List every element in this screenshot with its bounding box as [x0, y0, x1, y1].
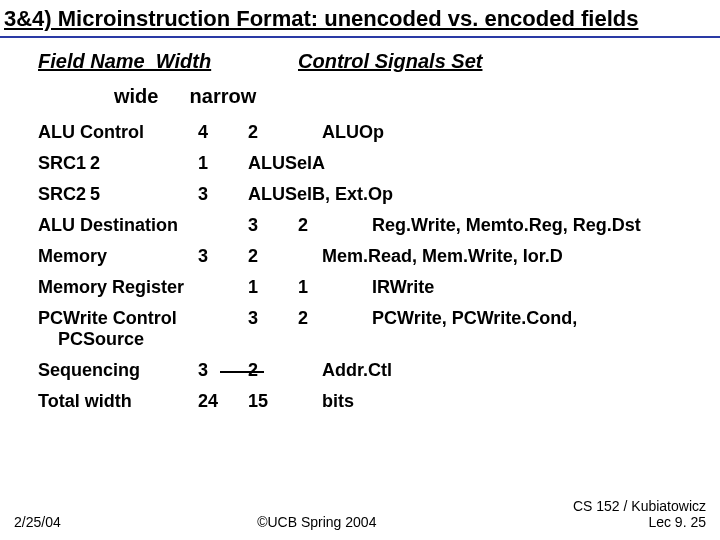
subheader: wide narrow — [38, 73, 682, 112]
slide-title: 3&4) Microinstruction Format: unencoded … — [0, 0, 720, 38]
width-narrow: 2 — [248, 360, 322, 381]
field-name: Memory — [38, 246, 198, 267]
row-mem-register: Memory Register 1 1 IRWrite — [38, 277, 682, 298]
row-alu-control: ALU Control 4 2 ALUOp — [38, 122, 682, 143]
pcwrite-line1: PCWrite Control — [38, 308, 248, 329]
hdr-fieldname-width: Field Name Width — [38, 50, 298, 73]
pcwrite-line2: PCSource — [38, 329, 248, 350]
signals: Mem.Read, Mem.Write, Ior.D — [322, 246, 682, 267]
signals: bits — [322, 391, 682, 412]
src1-label: SRC1 — [38, 153, 86, 173]
row-sequencing: Sequencing 3 2 Addr.Ctl — [38, 360, 682, 381]
row-memory: Memory 3 2 Mem.Read, Mem.Write, Ior.D — [38, 246, 682, 267]
width-wide: 3 — [248, 215, 298, 236]
footer-date: 2/25/04 — [14, 514, 61, 530]
field-name: ALU Control — [38, 122, 198, 143]
row-total: Total width 24 15 bits — [38, 391, 682, 412]
signals: PCWrite, PCWrite.Cond, — [372, 308, 682, 329]
signals: Addr.Ctl — [322, 360, 682, 381]
src2-wide: 5 — [90, 184, 122, 205]
signals: ALUOp — [322, 122, 682, 143]
width-wide: 1 — [248, 277, 298, 298]
footer-course-line1: CS 152 / Kubiatowicz — [573, 498, 706, 514]
field-name: Total width — [38, 391, 198, 412]
width-narrow: 1 — [198, 153, 248, 174]
sub-narrow: narrow — [190, 85, 257, 108]
field-name: PCWrite Control PCSource — [38, 308, 248, 350]
sub-wide: wide — [114, 85, 184, 108]
footer-copyright: ©UCB Spring 2004 — [61, 514, 573, 530]
row-alu-dest: ALU Destination 3 2 Reg.Write, Memto.Reg… — [38, 215, 682, 236]
signals: ALUSelA — [248, 153, 682, 174]
row-src2: SRC25 3 ALUSelB, Ext.Op — [38, 184, 682, 205]
signals: IRWrite — [372, 277, 682, 298]
width-narrow: 15 — [248, 391, 322, 412]
width-narrow: 2 — [298, 308, 372, 329]
width-narrow: 2 — [248, 122, 322, 143]
width-wide: 3 — [248, 308, 298, 329]
width-narrow: 3 — [198, 184, 248, 205]
field-name: ALU Destination — [38, 215, 248, 236]
width-wide: 3 — [198, 246, 248, 267]
field-name: Memory Register — [38, 277, 248, 298]
field-name: SRC25 — [38, 184, 198, 205]
width-narrow: 2 — [248, 246, 322, 267]
width-wide: 24 — [198, 391, 248, 412]
width-wide: 4 — [198, 122, 248, 143]
signals: Reg.Write, Memto.Reg, Reg.Dst — [372, 215, 682, 236]
table-header: Field Name Width Control Signals Set — [38, 50, 682, 73]
field-name: SRC12 — [38, 153, 198, 174]
footer-course: CS 152 / Kubiatowicz Lec 9. 25 — [573, 498, 706, 530]
row-pcwrite: PCWrite Control PCSource 3 2 PCWrite, PC… — [38, 308, 682, 350]
field-name: Sequencing — [38, 360, 198, 381]
width-narrow: 2 — [298, 215, 372, 236]
src1-wide: 2 — [90, 153, 122, 174]
width-narrow: 1 — [298, 277, 372, 298]
hdr-control-signals: Control Signals Set — [298, 50, 682, 73]
strikethrough-value: 2 — [248, 360, 258, 381]
src2-label: SRC2 — [38, 184, 86, 204]
row-src1: SRC12 1 ALUSelA — [38, 153, 682, 174]
footer: 2/25/04 ©UCB Spring 2004 CS 152 / Kubiat… — [0, 498, 720, 530]
footer-course-line2: Lec 9. 25 — [573, 514, 706, 530]
signals: ALUSelB, Ext.Op — [248, 184, 682, 205]
slide-body: Field Name Width Control Signals Set wid… — [0, 38, 720, 412]
